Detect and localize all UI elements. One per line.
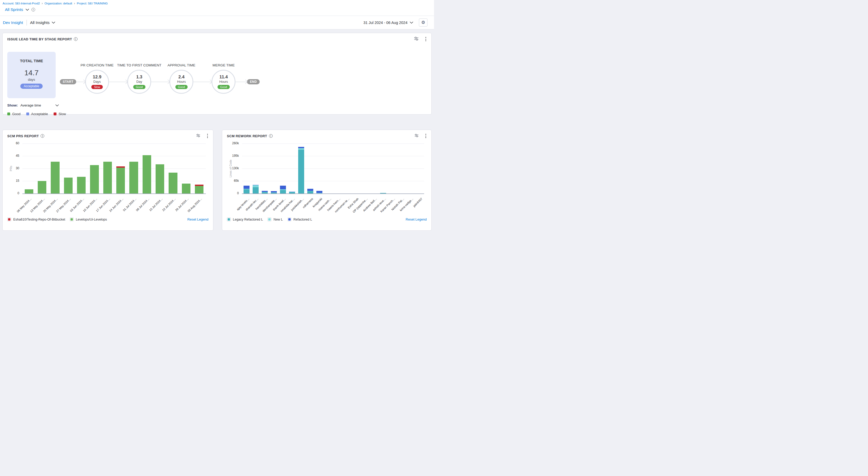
bar-segment[interactable] <box>253 185 259 187</box>
info-icon[interactable]: i <box>31 8 35 11</box>
bar-segment[interactable] <box>316 193 322 194</box>
bar-segment[interactable] <box>271 193 277 194</box>
bar-segment[interactable] <box>307 191 313 191</box>
bar-segment[interactable] <box>280 189 286 190</box>
legend-item[interactable]: Esha610/Testing-Repo-Of-Bitbucket <box>7 217 65 221</box>
info-icon[interactable]: i <box>40 134 44 138</box>
stage-unit: Day <box>136 80 142 84</box>
bar-segment[interactable] <box>195 186 204 194</box>
filter-sliders-icon[interactable] <box>414 36 418 42</box>
breadcrumb-link[interactable]: Account: SEI-Internal-Prod2 <box>3 2 40 5</box>
prs-bar-chart: PRs 01530456006 May 2024…13 May 2024…20 … <box>7 140 209 216</box>
kebab-menu-icon[interactable] <box>425 133 427 139</box>
bar-segment[interactable] <box>271 191 277 192</box>
bar-segment[interactable] <box>51 162 59 194</box>
filter-sliders-icon[interactable] <box>414 133 418 139</box>
bar-segment[interactable] <box>271 192 277 193</box>
total-time-card: TOTAL TIME 14.7 days Acceptable <box>7 52 56 98</box>
legend-item[interactable]: Slow <box>54 112 66 116</box>
stage-circle: 12.9DaysSlow <box>85 70 109 94</box>
bar-segment[interactable] <box>25 189 33 194</box>
dev-insight-link[interactable]: Dev Insight <box>3 20 23 25</box>
bar-segment[interactable] <box>289 192 295 194</box>
sprint-selector-label[interactable]: All Sprints <box>5 7 23 12</box>
bar-segment[interactable] <box>244 189 250 189</box>
panel-title: SCM REWORK REPORT <box>227 134 267 138</box>
legend-item[interactable]: New L <box>268 217 283 221</box>
bar-segment[interactable] <box>38 181 46 194</box>
bar-segment[interactable] <box>307 189 313 191</box>
pipeline-stage[interactable]: APPROVAL TIME2.4HoursGood <box>169 70 193 94</box>
top-header: Account: SEI-Internal-Prod2›Organization… <box>0 0 434 16</box>
legend-item[interactable]: Refactored L <box>287 217 312 221</box>
bar-segment[interactable] <box>298 147 304 148</box>
bar-segment[interactable] <box>64 178 72 194</box>
legend-checkbox <box>70 217 74 221</box>
bar-segment[interactable] <box>262 192 268 194</box>
legend-swatch <box>7 113 10 115</box>
bar-segment[interactable] <box>253 187 259 194</box>
sprint-selector[interactable]: All Sprints i <box>5 7 434 12</box>
date-range-selector[interactable]: 31 Jul 2024 - 06 Aug 2024 <box>364 21 413 25</box>
x-axis-tick: 15 Jul 2024… <box>149 197 163 212</box>
stage-status-badge: Slow <box>91 85 103 89</box>
bar-segment[interactable] <box>90 165 99 194</box>
bar-segment[interactable] <box>253 185 259 185</box>
legend-item[interactable]: Legacy Refactored L <box>227 217 263 221</box>
legend-item[interactable]: Good <box>7 112 21 116</box>
bar-segment[interactable] <box>77 177 86 194</box>
bar-segment[interactable] <box>143 155 151 194</box>
pipeline-stage[interactable]: MERGE TIME11.4HoursGood <box>212 70 236 94</box>
x-axis-tick: 01 Jul 2024… <box>122 197 137 212</box>
info-icon[interactable]: i <box>74 37 78 41</box>
pipeline-stage[interactable]: PR CREATION TIME12.9DaysSlow <box>85 70 109 94</box>
bar-segment[interactable] <box>298 148 304 149</box>
charts-row: SCM PRS REPORT i PRs 01530456006 May 202… <box>2 130 432 231</box>
bar-segment[interactable] <box>298 150 304 194</box>
bar-segment[interactable] <box>316 191 322 193</box>
bar-segment[interactable] <box>262 191 268 192</box>
legend-swatch <box>70 218 73 220</box>
bar-segment[interactable] <box>195 185 204 186</box>
pipeline-stage[interactable]: TIME TO FIRST COMMENT1.3DayGood <box>127 70 151 94</box>
breadcrumb-link[interactable]: Project: SEI TRAINING <box>77 2 108 5</box>
bar-segment[interactable] <box>280 190 286 194</box>
filter-sliders-icon[interactable] <box>196 133 200 139</box>
bar-segment[interactable] <box>380 193 386 194</box>
stage-title: TIME TO FIRST COMMENT <box>117 63 162 68</box>
bar-segment[interactable] <box>262 192 268 192</box>
gridline <box>242 194 424 194</box>
insight-selector[interactable]: All Insights <box>30 20 55 25</box>
breadcrumb-link[interactable]: Organization: default <box>44 2 72 5</box>
legend-swatch <box>26 113 29 115</box>
stage-title: APPROVAL TIME <box>159 63 204 68</box>
bar-segment[interactable] <box>116 168 125 194</box>
legend-item[interactable]: Levelops/Ui-Levelops <box>70 217 107 221</box>
bar-segment[interactable] <box>280 186 286 189</box>
stage-circle: 11.4HoursGood <box>212 70 236 94</box>
info-icon[interactable]: i <box>269 134 273 138</box>
gridline <box>22 194 206 194</box>
reset-legend-link[interactable]: Reset Legend <box>406 217 427 221</box>
settings-button[interactable]: ⚙ <box>419 19 428 27</box>
bar-segment[interactable] <box>116 167 125 168</box>
bar-segment[interactable] <box>244 186 250 188</box>
reset-legend-link[interactable]: Reset Legend <box>187 217 209 221</box>
show-selector[interactable]: Show: Average time <box>7 103 59 107</box>
legend-label: Good <box>12 112 21 116</box>
kebab-menu-icon[interactable] <box>425 36 427 42</box>
bar-segment[interactable] <box>103 162 112 194</box>
legend-item[interactable]: Acceptable <box>26 112 48 116</box>
bar-segment[interactable] <box>244 189 250 194</box>
bar-segment[interactable] <box>307 191 313 194</box>
stage-value: 12.9 <box>93 75 101 80</box>
legend-swatch <box>8 218 10 220</box>
kebab-menu-icon[interactable] <box>207 133 209 139</box>
bar-segment[interactable] <box>156 164 164 194</box>
bar-segment[interactable] <box>168 173 177 194</box>
bar-segment[interactable] <box>182 184 190 194</box>
gridline <box>22 169 206 169</box>
chevron-down-icon <box>55 105 59 107</box>
lead-time-body: TOTAL TIME 14.7 days Acceptable STARTPR … <box>7 52 427 98</box>
bar-segment[interactable] <box>129 162 138 194</box>
